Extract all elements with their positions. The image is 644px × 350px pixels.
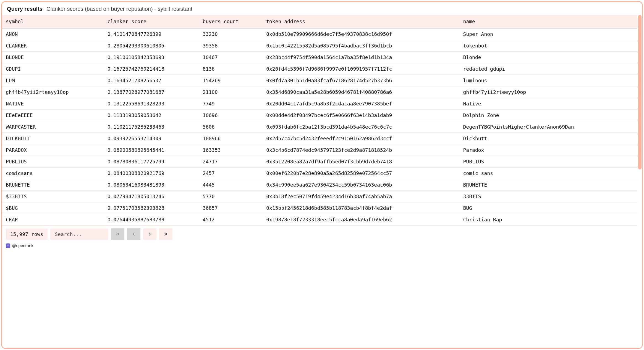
cell-symbol: CRAP xyxy=(2,214,104,226)
col-header-token-address[interactable]: token_address xyxy=(262,15,459,28)
svg-point-2 xyxy=(8,246,9,246)
cell-buyers_count: 24717 xyxy=(199,156,262,168)
cell-clanker_score: 0.08900580895645441 xyxy=(104,144,199,156)
cell-token_address: 0x20dd04c17afd5c9a8b3f2cdacaa8ee7907385b… xyxy=(262,98,459,110)
panel-subtitle: Clanker scores (based on buyer reputatio… xyxy=(46,6,192,12)
credit-line: @openrank xyxy=(2,242,642,251)
cell-buyers_count: 163353 xyxy=(199,144,262,156)
cell-name: BRUNETTE xyxy=(459,179,637,191)
pager-prev-button[interactable] xyxy=(127,228,140,240)
table-row[interactable]: $BUG0.07751703582393828368570x15bbf24562… xyxy=(2,202,637,214)
cell-symbol: LUM xyxy=(2,75,104,86)
cell-token_address: 0x15bbf2456218d6bd585b118783acb4f8bf4e2d… xyxy=(262,202,459,214)
cell-symbol: ghffb47yii2rteeyy10op xyxy=(2,86,104,98)
cell-clanker_score: 0.08400308820921769 xyxy=(104,168,199,179)
cell-clanker_score: 0.07751703582393828 xyxy=(104,202,199,214)
cell-buyers_count: 33230 xyxy=(199,28,262,40)
cell-buyers_count: 4445 xyxy=(199,179,262,191)
pager-first-button[interactable] xyxy=(111,228,124,240)
svg-point-0 xyxy=(7,245,8,245)
table-body: ANON0.4101470847726399332300x0db510e7990… xyxy=(2,28,637,226)
table-row[interactable]: WARPCASTER0.1102117528523346356060x093fd… xyxy=(2,121,637,133)
cell-token_address: 0x3c4b6cd7874edc945797123fce2d9a87181852… xyxy=(262,144,459,156)
pager-last-button[interactable] xyxy=(159,228,172,240)
table-row[interactable]: EEeEeEEEE0.1133193059053642106960x00dde4… xyxy=(2,110,637,121)
panel-header: Query results Clanker scores (based on b… xyxy=(2,2,642,15)
cell-symbol: BLONDE xyxy=(2,52,104,63)
pager-next-button[interactable] xyxy=(143,228,156,240)
cell-clanker_score: 0.19106105842353693 xyxy=(104,52,199,63)
cell-buyers_count: 10696 xyxy=(199,110,262,121)
cell-clanker_score: 0.1133193059053642 xyxy=(104,110,199,121)
cell-clanker_score: 0.08780836117725799 xyxy=(104,156,199,168)
table-row[interactable]: CRAP0.0764493588768378845120x19878e18f72… xyxy=(2,214,637,226)
cell-name: ghffb47yii2rteeyy10op xyxy=(459,86,637,98)
table-row[interactable]: BRUNETTE0.0806341608348189344450x34c990e… xyxy=(2,179,637,191)
table-row[interactable]: ANON0.4101470847726399332300x0db510e7990… xyxy=(2,28,637,40)
cell-token_address: 0x2d57c47bc5d2432feeedf2c9150162a9862d3c… xyxy=(262,133,459,144)
table-row[interactable]: LUM0.16345217082565371542690x0fd7a301b51… xyxy=(2,75,637,86)
cell-clanker_score: 0.07798471805013246 xyxy=(104,191,199,202)
cell-clanker_score: 0.11021175285233463 xyxy=(104,121,199,133)
col-header-symbol[interactable]: symbol xyxy=(2,15,104,28)
cell-name: BUG xyxy=(459,202,637,214)
table-row[interactable]: BLONDE0.19106105842353693104670x28bc44f9… xyxy=(2,52,637,63)
scrollbar-thumb[interactable] xyxy=(638,15,642,169)
cell-token_address: 0x3512208ea82a7df9affb5ed07f3cbb9d7deb74… xyxy=(262,156,459,168)
table-row[interactable]: $33BITS0.0779847180501324657700x3b18f2ec… xyxy=(2,191,637,202)
cell-clanker_score: 0.4101470847726399 xyxy=(104,28,199,40)
table-row[interactable]: GDUPI0.1672574276021441881360x20fd4c5396… xyxy=(2,63,637,75)
cell-token_address: 0x28bc44f9754f590da1564c1a7ba35f8e1d1b13… xyxy=(262,52,459,63)
cell-token_address: 0x354d6890caa31a5e28b6059d46781f40880786… xyxy=(262,86,459,98)
credit-handle[interactable]: @openrank xyxy=(12,243,33,248)
row-count-chip: 15,997 rows xyxy=(6,229,48,240)
cell-buyers_count: 21100 xyxy=(199,86,262,98)
cell-symbol: PUBLIUS xyxy=(2,156,104,168)
col-header-name[interactable]: name xyxy=(459,15,637,28)
table-row[interactable]: PUBLIUS0.08780836117725799247170x3512208… xyxy=(2,156,637,168)
table-row[interactable]: CLANKER0.28054293300610805393580x1bc0c42… xyxy=(2,40,637,52)
cell-token_address: 0x00dde4d2f08497bcec6f5e0666f63e14b3a1da… xyxy=(262,110,459,121)
svg-point-1 xyxy=(8,245,9,245)
table-row[interactable]: DICKBUTT0.09392265537143091889660x2d57c4… xyxy=(2,133,637,144)
table-row[interactable]: comicsans0.0840030882092176924570x00ef62… xyxy=(2,168,637,179)
cell-token_address: 0x00ef6220b7e28e890a5a265d82589e072564cc… xyxy=(262,168,459,179)
cell-clanker_score: 0.16725742760214418 xyxy=(104,63,199,75)
panel-title: Query results xyxy=(7,6,43,12)
cell-name: 33BITS xyxy=(459,191,637,202)
results-table: symbol clanker_score buyers_count token_… xyxy=(2,15,637,226)
cell-token_address: 0x34c990ee5aa627e9304234cc59b0734163eac0… xyxy=(262,179,459,191)
cell-symbol: EEeEeEEEE xyxy=(2,110,104,121)
cell-symbol: CLANKER xyxy=(2,40,104,52)
cell-symbol: ANON xyxy=(2,28,104,40)
openrank-logo-icon xyxy=(6,243,10,248)
scrollbar[interactable] xyxy=(638,15,642,169)
col-header-buyers-count[interactable]: buyers_count xyxy=(199,15,262,28)
cell-token_address: 0x0fd7a301b51d0a83fcaf6718628174d527b373… xyxy=(262,75,459,86)
query-results-panel: Query results Clanker scores (based on b… xyxy=(1,1,643,349)
cell-clanker_score: 0.1634521708256537 xyxy=(104,75,199,86)
cell-name: Native xyxy=(459,98,637,110)
cell-token_address: 0x0db510e79909666d6dec7f5e49370838c16d95… xyxy=(262,28,459,40)
col-header-clanker-score[interactable]: clanker_score xyxy=(104,15,199,28)
cell-symbol: comicsans xyxy=(2,168,104,179)
cell-symbol: PARADOX xyxy=(2,144,104,156)
cell-name: PUBLIUS xyxy=(459,156,637,168)
cell-buyers_count: 39358 xyxy=(199,40,262,52)
table-row[interactable]: ghffb47yii2rteeyy10op0.13877028977081687… xyxy=(2,86,637,98)
cell-name: Super Anon xyxy=(459,28,637,40)
table-row[interactable]: PARADOX0.089005808956454411633530x3c4b6c… xyxy=(2,144,637,156)
cell-symbol: $BUG xyxy=(2,202,104,214)
cell-buyers_count: 5606 xyxy=(199,121,262,133)
search-input[interactable] xyxy=(50,229,108,240)
cell-buyers_count: 154269 xyxy=(199,75,262,86)
chevrons-left-icon xyxy=(115,232,120,237)
cell-buyers_count: 7749 xyxy=(199,98,262,110)
cell-clanker_score: 0.0939226553714309 xyxy=(104,133,199,144)
cell-token_address: 0x1bc0c42215582d5a085795f4badbac3ff36d1b… xyxy=(262,40,459,52)
cell-symbol: WARPCASTER xyxy=(2,121,104,133)
cell-buyers_count: 10467 xyxy=(199,52,262,63)
table-row[interactable]: NATIVE0.1312255869132829377490x20dd04c17… xyxy=(2,98,637,110)
table-container: symbol clanker_score buyers_count token_… xyxy=(2,15,642,226)
cell-name: Christian Rap xyxy=(459,214,637,226)
